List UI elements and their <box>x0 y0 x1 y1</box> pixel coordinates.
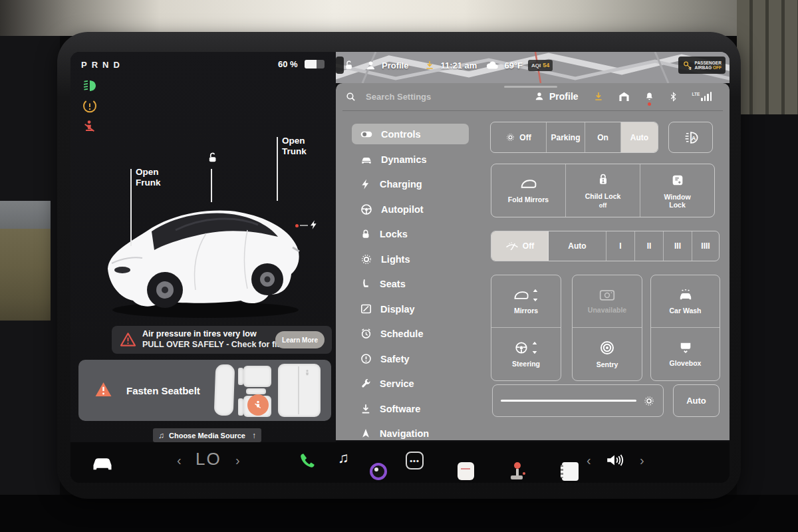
cellular-signal-icon: LTE <box>692 92 712 101</box>
sidebar-item-navigation[interactable]: Navigation <box>352 423 469 440</box>
fasten-seatbelt-alert[interactable]: Fasten Seatbelt <box>78 360 331 421</box>
passenger-airbag-indicator: 2 PASSENGERAIRBAG OFF <box>678 57 726 74</box>
media-app-icon[interactable]: ♫ <box>338 450 349 467</box>
tile-column-1: Mirrors Steering <box>491 275 561 381</box>
slider-track[interactable] <box>501 400 636 402</box>
wipers-1-segment[interactable]: I <box>606 231 635 261</box>
sun-icon <box>505 132 515 142</box>
notes-app-icon[interactable] <box>562 462 579 481</box>
cabin-temperature[interactable]: LO <box>196 449 221 469</box>
calendar-app-icon[interactable] <box>458 462 474 480</box>
clock: 11:21 am <box>440 61 477 70</box>
window-lock-icon <box>670 173 685 188</box>
sidebar-item-schedule[interactable]: Schedule <box>352 323 469 344</box>
window-lock-button[interactable]: Window Lock <box>640 164 714 217</box>
media-source-label: Choose Media Source <box>169 432 247 440</box>
app-launcher-icon[interactable]: ••• <box>406 452 424 469</box>
wipers-auto-segment[interactable]: Auto <box>549 231 606 261</box>
download-icon <box>360 403 372 415</box>
download-icon[interactable] <box>593 91 604 102</box>
charge-port-bolt-icon[interactable] <box>309 218 319 231</box>
seat-headrest <box>238 368 243 385</box>
steering-wheel-icon <box>514 340 529 355</box>
alert-title: Air pressure in tires very low <box>142 329 257 338</box>
garage-icon[interactable] <box>618 91 630 102</box>
toggle-icon <box>360 128 373 141</box>
person-icon <box>534 91 545 102</box>
volume-icon[interactable] <box>605 451 625 469</box>
unlock-status-icon[interactable] <box>342 59 354 71</box>
camera-icon <box>599 289 615 301</box>
profile-person-icon[interactable] <box>365 60 376 71</box>
rear-bench-split <box>298 366 299 414</box>
headlights-on-segment[interactable]: On <box>585 122 621 152</box>
brightness-slider[interactable] <box>492 384 664 417</box>
notifications-bell-icon[interactable] <box>644 91 654 102</box>
profile-label[interactable]: Profile <box>382 61 408 70</box>
wrench-icon <box>360 378 372 390</box>
app-dock: ‹ LO › ♫ ••• ‹ › <box>70 442 730 483</box>
tire-pressure-alert[interactable]: Air pressure in tires very low PULL OVER… <box>112 326 332 354</box>
open-trunk-button[interactable]: OpenTrunk <box>282 136 307 157</box>
sidebar-item-autopilot[interactable]: Autopilot <box>352 199 469 219</box>
sidebar-item-safety[interactable]: Safety <box>352 348 469 369</box>
vehicle-controls-icon[interactable] <box>90 452 114 472</box>
headlights-auto-segment[interactable]: Auto <box>621 122 658 152</box>
window-grid <box>737 0 798 114</box>
headlights-parking-segment[interactable]: Parking <box>547 122 585 152</box>
up-arrow-icon[interactable]: ↑ <box>252 431 256 440</box>
search-icon[interactable] <box>345 91 356 102</box>
gear-indicator: PRND <box>81 60 124 70</box>
choose-media-source-bar[interactable]: ♫ Choose Media Source ↑ <box>153 428 261 442</box>
outside-temperature: 69°F <box>504 61 523 70</box>
dashboard-lower <box>0 495 798 532</box>
wipers-2-segment[interactable]: II <box>635 231 664 261</box>
learn-more-button[interactable]: Learn More <box>275 331 325 348</box>
car-icon <box>360 153 373 166</box>
sidebar-item-controls[interactable]: Controls <box>352 124 469 144</box>
sidebar-item-display[interactable]: Display <box>352 299 469 319</box>
sidebar-item-seats[interactable]: Seats <box>352 273 469 294</box>
sidebar-item-software[interactable]: Software <box>352 398 469 419</box>
sidebar-item-dynamics[interactable]: Dynamics <box>352 149 469 170</box>
sidebar-item-locks[interactable]: Locks <box>352 223 469 244</box>
room-ceiling <box>0 0 798 36</box>
sentry-tile[interactable]: Sentry <box>573 328 642 380</box>
open-frunk-button[interactable]: OpenFrunk <box>136 167 161 188</box>
child-lock-button[interactable]: Child Lock off <box>566 164 640 217</box>
auto-highbeam-button[interactable]: A <box>668 122 713 153</box>
brightness-icon <box>360 253 373 266</box>
media-prev-chevron[interactable]: ‹ <box>587 453 591 468</box>
wipers-3-segment[interactable]: III <box>664 231 692 261</box>
headlights-off-segment[interactable]: Off <box>491 122 547 152</box>
sidebar-item-lights[interactable]: Lights <box>352 249 469 269</box>
svg-text:A: A <box>691 134 696 141</box>
arcade-app-icon[interactable] <box>509 462 526 481</box>
tile-column-3: Car Wash Glovebox <box>650 275 720 381</box>
camera-app-icon[interactable] <box>370 463 387 480</box>
unlock-icon[interactable] <box>205 151 219 164</box>
headlight-auto-icon: A <box>681 130 701 145</box>
car-wash-tile[interactable]: Car Wash <box>651 275 720 328</box>
spacer <box>336 57 344 74</box>
fold-mirrors-button[interactable]: Fold Mirrors <box>491 164 566 217</box>
bluetooth-icon[interactable] <box>669 91 678 102</box>
media-next-chevron[interactable]: › <box>640 453 644 468</box>
quick-buttons-group: Fold Mirrors Child Lock off Window Lock <box>491 164 715 217</box>
mirrors-tile[interactable]: Mirrors <box>491 275 561 328</box>
phone-app-icon[interactable] <box>298 452 317 470</box>
glovebox-tile[interactable]: Glovebox <box>651 328 720 380</box>
wiper-icon <box>505 241 519 251</box>
sidebar-item-service[interactable]: Service <box>352 373 469 394</box>
temp-decrease-chevron[interactable]: ‹ <box>177 453 182 468</box>
alarm-clock-icon <box>360 327 372 340</box>
software-download-icon[interactable] <box>424 60 435 70</box>
temp-increase-chevron[interactable]: › <box>235 453 240 468</box>
profile-menu[interactable]: Profile <box>534 91 579 102</box>
search-input[interactable]: Search Settings <box>366 92 431 102</box>
wipers-4-segment[interactable]: IIII <box>692 231 719 261</box>
wipers-off-segment[interactable]: Off <box>491 231 549 261</box>
steering-tile[interactable]: Steering <box>491 328 561 380</box>
sidebar-item-charging[interactable]: Charging <box>352 174 469 194</box>
brightness-auto-button[interactable]: Auto <box>673 384 720 417</box>
